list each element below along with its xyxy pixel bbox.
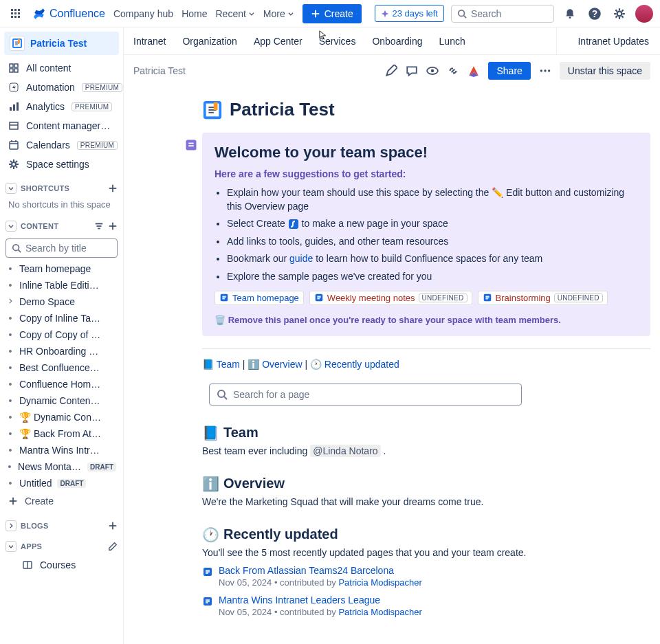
plus-icon[interactable] (108, 184, 118, 193)
settings-icon[interactable] (610, 5, 628, 23)
content-search[interactable]: Search by title (6, 238, 118, 258)
tree-item-label: 🏆 Dynamic Content in … (19, 412, 102, 423)
filter-icon[interactable] (94, 221, 104, 231)
secnav-intranet-updates[interactable]: Intranet Updates (556, 27, 660, 54)
collapse-toggle[interactable] (6, 541, 16, 552)
create-button[interactable]: Create (302, 4, 362, 23)
panel-lead: Here are a few suggestions to get starte… (214, 168, 638, 179)
secnav-app-center[interactable]: App Center (254, 36, 302, 47)
recent-item-title[interactable]: Mantra Wins Intranet Leaders League (219, 595, 380, 606)
panel-bullet: Select Create to make a new page in your… (227, 217, 638, 231)
recent-item-author[interactable]: Patricia Modispacher (338, 577, 421, 588)
sidebar-item-analytics[interactable]: AnalyticsPREMIUM (4, 98, 119, 115)
nav-company-hub[interactable]: Company hub (113, 8, 173, 19)
secnav-organization[interactable]: Organization (182, 36, 236, 47)
tree-item-label: Copy of Inline Table Edit… (19, 313, 102, 324)
bullet-icon: • (7, 461, 12, 472)
tree-item[interactable]: •Confluence Home Page … (4, 376, 119, 392)
lightning-icon (8, 82, 19, 93)
nav-more[interactable]: More (263, 8, 294, 19)
tree-item[interactable]: •🏆 Dynamic Content in … (4, 409, 119, 425)
bullet-icon: • (7, 445, 14, 456)
tree-item[interactable]: •🏆 Back From Atlassian… (4, 425, 119, 442)
bullet-icon: • (7, 280, 14, 291)
space-header[interactable]: Patricia Test (4, 32, 119, 55)
sidebar-item-content-manager[interactable]: Content manager… (4, 117, 119, 135)
user-avatar[interactable] (635, 5, 653, 23)
unstar-button[interactable]: Unstar this space (560, 62, 650, 80)
search-icon (457, 9, 467, 19)
collapse-toggle[interactable] (6, 520, 16, 531)
tree-item[interactable]: •Inline Table Editing Exa… (4, 277, 119, 293)
main: Intranet Organization App Center Service… (124, 27, 660, 644)
tree-item[interactable]: •Copy of Inline Table Edit… (4, 310, 119, 326)
breadcrumb[interactable]: Patricia Test (133, 65, 186, 76)
secnav-lunch[interactable]: Lunch (439, 36, 465, 47)
tree-item[interactable]: Demo Space (4, 293, 119, 310)
plus-icon[interactable] (108, 521, 118, 531)
tree-item[interactable]: •Best Confluence Backgr… (4, 359, 119, 376)
trial-days-pill[interactable]: 23 days left (375, 5, 445, 22)
tree-item[interactable]: •Mantra Wins Intranet Le… (4, 442, 119, 458)
nav-home[interactable]: Home (182, 8, 207, 19)
tree-item[interactable]: •Dynamic Content Updat… (4, 392, 119, 409)
sidebar-item-all-content[interactable]: All content (4, 59, 119, 77)
bullet-icon: • (7, 379, 14, 390)
user-mention[interactable]: @Linda Notaro (310, 445, 380, 457)
tree-item[interactable]: •Untitled DRAFT (4, 475, 119, 491)
global-search[interactable]: Search (451, 5, 554, 23)
tree-item[interactable]: •Copy of Copy of Inline T… (4, 326, 119, 343)
comment-icon[interactable] (406, 65, 418, 77)
section-team-heading: 📘 Team (202, 425, 650, 441)
quicklink-recent[interactable]: Recently updated (324, 359, 399, 370)
plus-icon[interactable] (108, 221, 118, 231)
page-title: Patricia Test (230, 99, 335, 120)
quicklink-overview[interactable]: Overview (262, 359, 302, 370)
chevron-down-icon (248, 10, 255, 17)
pencil-icon[interactable] (108, 542, 118, 551)
recent-item-author[interactable]: Patricia Modispacher (338, 607, 421, 617)
karma-icon[interactable] (468, 65, 480, 77)
collapse-toggle[interactable] (6, 183, 16, 194)
guide-link[interactable]: guide (289, 253, 313, 264)
watch-icon[interactable] (426, 65, 439, 77)
space-icon (10, 36, 25, 51)
notifications-icon[interactable] (561, 5, 579, 23)
panel-bullet: Explain how your team should use this sp… (227, 186, 638, 213)
sidebar-item-calendars[interactable]: CalendarsPREMIUM (4, 136, 119, 154)
premium-badge: PREMIUM (82, 83, 122, 92)
chip-team-homepage[interactable]: Team homepage (214, 291, 304, 305)
help-icon[interactable] (586, 5, 604, 23)
app-switcher-icon[interactable] (7, 5, 25, 23)
edit-icon[interactable] (385, 65, 397, 77)
sidebar-section-blogs: BLOGS (4, 516, 119, 535)
topbar-left: Confluence Company hub Home Recent More … (7, 4, 362, 23)
panel-remove-hint: 🗑️ Remove this panel once you're ready t… (214, 315, 638, 325)
bullet-icon: • (7, 478, 14, 489)
secnav-services[interactable]: Services (319, 36, 356, 47)
more-actions-icon[interactable] (539, 65, 551, 77)
page-search[interactable]: Search for a page (209, 384, 522, 406)
collapse-toggle[interactable] (6, 221, 16, 232)
gear-icon (8, 159, 19, 170)
chevron-right-icon[interactable] (7, 298, 14, 306)
sidebar-create[interactable]: Create (4, 491, 119, 511)
nav-recent[interactable]: Recent (215, 8, 254, 19)
quicklink-team[interactable]: Team (217, 359, 240, 370)
tree-item[interactable]: •Team homepage (4, 260, 119, 277)
link-icon[interactable] (447, 65, 459, 77)
sidebar-item-space-settings[interactable]: Space settings (4, 155, 119, 173)
bullet-icon: • (7, 313, 14, 324)
sidebar-item-courses[interactable]: Courses (4, 556, 119, 574)
sidebar-item-automation[interactable]: AutomationPREMIUM (4, 78, 119, 96)
chip-brainstorming[interactable]: BrainstormingUNDEFINED (478, 291, 608, 305)
confluence-logo[interactable]: Confluence (33, 8, 105, 20)
tree-item[interactable]: •HR Onboarding and Trai… (4, 343, 119, 359)
tree-item[interactable]: •News Montag, 1… DRAFT (4, 458, 119, 475)
tree-item-label: Mantra Wins Intranet Le… (19, 445, 102, 456)
secnav-intranet[interactable]: Intranet (133, 36, 166, 47)
secnav-onboarding[interactable]: Onboarding (372, 36, 422, 47)
recent-item-title[interactable]: Back From Atlassian Teams24 Barcelona (219, 565, 394, 576)
share-button[interactable]: Share (488, 62, 530, 80)
chip-weekly-notes[interactable]: Weekly meeting notesUNDEFINED (309, 291, 472, 305)
